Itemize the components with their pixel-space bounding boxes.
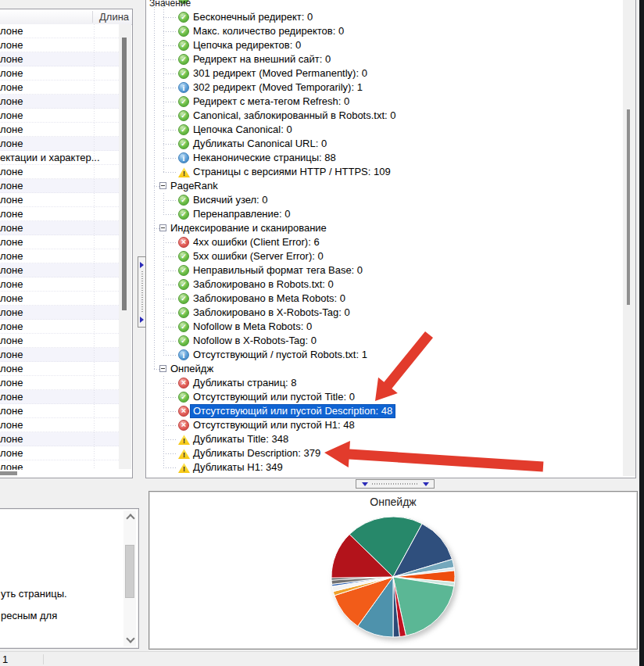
tree-item[interactable]: Отсутствующий или пустой H1: 48: [148, 418, 621, 432]
tree-item[interactable]: Canonical, заблокированный в Robots.txt:…: [148, 109, 621, 123]
collapse-right-icon[interactable]: [140, 317, 144, 323]
table-row[interactable]: лоне: [0, 292, 119, 306]
error-icon: [178, 406, 189, 417]
horizontal-splitter-handle[interactable]: [356, 479, 435, 489]
tree-section[interactable]: Онпейдж: [148, 362, 621, 376]
scroll-down-icon[interactable]: [126, 634, 134, 643]
tree-item[interactable]: Дубликаты Description: 379: [148, 446, 621, 460]
table-row[interactable]: лоне: [0, 52, 119, 66]
tree-section[interactable]: PageRank: [148, 179, 621, 193]
tree-item[interactable]: Неправильный формат тега Base: 0: [148, 263, 621, 278]
tree-item[interactable]: Висячий узел: 0: [148, 193, 621, 207]
help-vscroll-thumb[interactable]: [125, 545, 134, 598]
tree-section[interactable]: Индексирование и сканирование: [148, 221, 621, 235]
tree-item-label: Заблокировано в Meta Robots: 0: [193, 292, 345, 305]
table-row[interactable]: лоне: [0, 418, 119, 432]
table-cell-text: лоне: [0, 222, 23, 234]
tree-item[interactable]: Страницы с версиями HTTP / HTTPS: 109: [148, 165, 621, 179]
collapse-right-icon[interactable]: [140, 262, 144, 268]
tree-item[interactable]: Цепочка Canonical: 0: [148, 123, 621, 137]
tree-item-label: Редирект на внешний сайт: 0: [193, 53, 331, 66]
table-row[interactable]: лоне: [0, 348, 119, 362]
table-column-gridline: [94, 24, 95, 469]
left-table-vscroll-thumb[interactable]: [122, 38, 127, 310]
table-row[interactable]: лоне: [0, 334, 119, 348]
tree-vscrollbar[interactable]: [623, 0, 635, 476]
tree-item[interactable]: Перенаправление: 0: [148, 207, 621, 221]
table-row[interactable]: лоне: [0, 362, 119, 376]
tree-item[interactable]: Редирект на внешний сайт: 0: [148, 52, 621, 66]
collapse-minus-icon[interactable]: [159, 365, 166, 372]
table-row[interactable]: лоне: [0, 24, 119, 38]
tree-item[interactable]: Отсутствующий или пустой Title: 0: [148, 390, 621, 404]
table-row[interactable]: лоне: [0, 179, 119, 193]
tree-item[interactable]: Дубликаты H1: 349: [148, 460, 621, 474]
tree-item[interactable]: 5xx ошибки (Server Error): 0: [148, 249, 621, 263]
tree-item[interactable]: Дубликаты Title: 348: [148, 432, 621, 446]
collapse-minus-icon[interactable]: [159, 224, 166, 231]
table-row[interactable]: лоне: [0, 207, 119, 221]
table-row[interactable]: лоне: [0, 165, 119, 179]
help-panel: [0, 508, 139, 649]
table-row[interactable]: лоне: [0, 263, 119, 278]
tree-item[interactable]: Заблокировано в Meta Robots: 0: [148, 292, 621, 306]
tree-item[interactable]: Цепочка редиректов: 0: [148, 38, 621, 52]
table-cell-text: ектации и характер...: [0, 152, 100, 163]
check-icon: [178, 335, 189, 346]
collapse-down-icon[interactable]: [362, 482, 368, 486]
tree-item[interactable]: Заблокировано в X-Robots-Tag: 0: [148, 306, 621, 320]
column-header-length-description[interactable]: Длина D: [99, 11, 132, 23]
scroll-up-icon[interactable]: [126, 514, 134, 522]
table-cell-text: лоне: [0, 208, 23, 220]
vertical-splitter-handle[interactable]: [138, 256, 146, 328]
left-table-hscroll-thumb[interactable]: [0, 471, 17, 475]
table-row[interactable]: лоне: [0, 404, 119, 418]
tree-item[interactable]: Редирект с мета-тегом Refresh: 0: [148, 95, 621, 109]
check-icon: [178, 307, 189, 318]
tree-item[interactable]: Nofollow в Meta Robots: 0: [148, 320, 621, 334]
check-icon: [178, 12, 189, 23]
table-row[interactable]: лоне: [0, 446, 119, 460]
table-row[interactable]: лоне: [0, 109, 119, 123]
tree-item[interactable]: Отсутствующий или пустой Description: 48: [148, 404, 621, 418]
table-row[interactable]: лоне: [0, 235, 119, 249]
table-row[interactable]: ектации и характер...: [0, 151, 119, 165]
tree-item[interactable]: Заблокировано в Robots.txt: 0: [148, 278, 621, 292]
tree-item[interactable]: Неканонические страницы: 88: [148, 151, 621, 165]
tree-item[interactable]: Дубликаты страниц: 8: [148, 376, 621, 390]
tree-vscroll-thumb[interactable]: [627, 109, 630, 305]
table-row[interactable]: лоне: [0, 193, 119, 207]
table-row[interactable]: лоне: [0, 137, 119, 151]
table-row[interactable]: лоне: [0, 38, 119, 52]
tree-item[interactable]: Отсутствующий / пустой Robots.txt: 1: [148, 348, 621, 362]
table-row[interactable]: лоне: [0, 320, 119, 334]
table-row[interactable]: лоне: [0, 306, 119, 320]
table-row[interactable]: лоне: [0, 249, 119, 263]
table-row[interactable]: лоне: [0, 376, 119, 390]
tree-item-label: Отсутствующий / пустой Robots.txt: 1: [193, 349, 367, 361]
tree-item[interactable]: Nofollow в X-Robots-Tag: 0: [148, 334, 621, 348]
collapse-minus-icon[interactable]: [159, 182, 166, 189]
table-row[interactable]: лоне: [0, 460, 119, 470]
table-cell-text: лоне: [0, 39, 23, 51]
tree-item[interactable]: 301 редирект (Moved Permanently): 0: [148, 66, 621, 81]
table-row[interactable]: лоне: [0, 66, 119, 81]
tree-item[interactable]: Макс. количество редиректов: 0: [148, 24, 621, 38]
tree-item[interactable]: Дубликаты Canonical URL: 0: [148, 137, 621, 151]
tree-child-line: [163, 0, 164, 172]
tree-connector: [154, 228, 159, 229]
left-table-vscrollbar[interactable]: [119, 24, 131, 469]
tree-item[interactable]: 302 редирект (Moved Temporarily): 1: [148, 81, 621, 95]
collapse-down-icon[interactable]: [423, 482, 429, 486]
tree-item-label: Заблокировано в Robots.txt: 0: [193, 278, 334, 291]
table-cell-text: лоне: [0, 405, 23, 417]
table-row[interactable]: лоне: [0, 95, 119, 109]
tree-item[interactable]: Бесконечный редирект: 0: [148, 10, 621, 24]
table-row[interactable]: лоне: [0, 278, 119, 292]
table-row[interactable]: лоне: [0, 390, 119, 404]
tree-item[interactable]: 4xx ошибки (Client Error): 6: [148, 235, 621, 249]
table-row[interactable]: лоне: [0, 123, 119, 137]
table-row[interactable]: лоне: [0, 81, 119, 95]
table-row[interactable]: лоне: [0, 432, 119, 446]
table-row[interactable]: лоне: [0, 221, 119, 235]
